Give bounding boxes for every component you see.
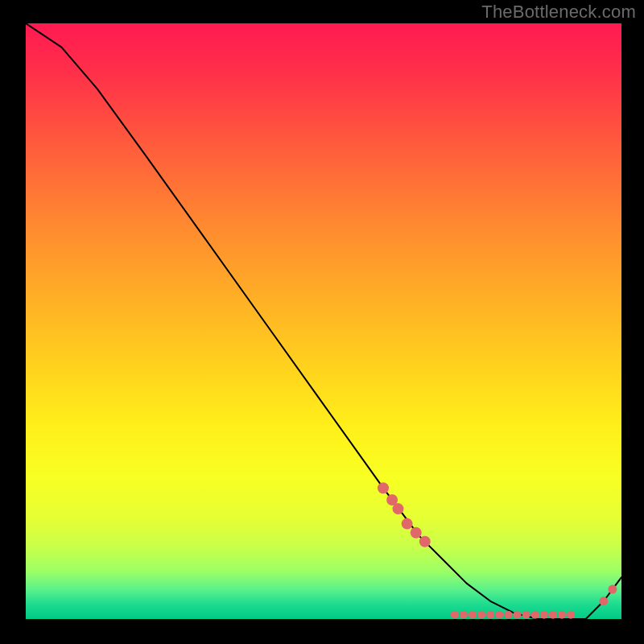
chart-svg xyxy=(26,23,621,619)
chart-frame: TheBottleneck.com xyxy=(0,0,644,644)
data-point xyxy=(549,611,557,619)
bottleneck-curve xyxy=(26,23,621,619)
data-point xyxy=(460,611,468,619)
data-point xyxy=(419,536,431,547)
data-point xyxy=(469,611,477,619)
data-point xyxy=(378,482,389,493)
data-point xyxy=(599,597,608,605)
data-point xyxy=(558,611,566,619)
plot-area xyxy=(26,23,621,619)
data-point xyxy=(495,611,503,619)
data-point xyxy=(522,611,530,619)
data-point xyxy=(567,611,575,619)
data-point xyxy=(531,611,539,619)
data-point xyxy=(402,518,413,530)
data-markers xyxy=(378,482,617,619)
data-point xyxy=(411,527,422,539)
data-point xyxy=(504,611,512,619)
data-point xyxy=(486,611,494,619)
watermark-text: TheBottleneck.com xyxy=(481,2,636,23)
data-point xyxy=(393,503,404,514)
data-point xyxy=(477,611,485,619)
data-point xyxy=(514,611,522,619)
data-point xyxy=(540,611,548,619)
data-point xyxy=(451,611,459,619)
data-point xyxy=(608,585,617,594)
